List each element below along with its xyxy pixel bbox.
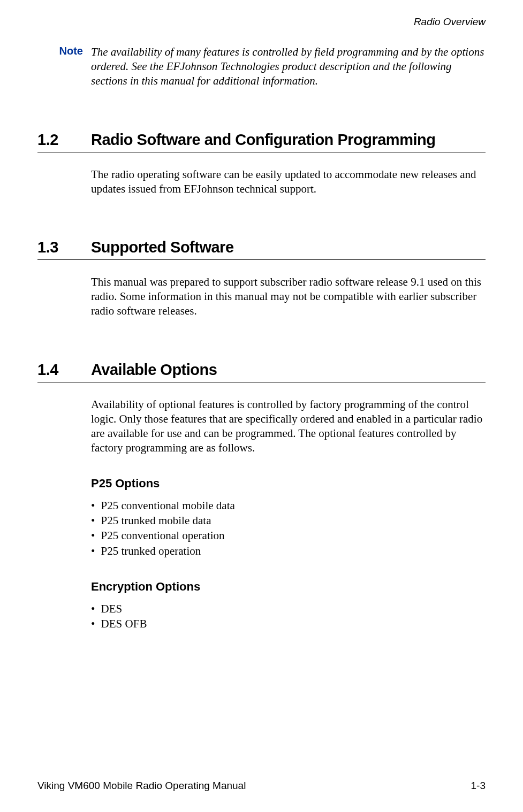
section-number: 1.4 [37,361,91,379]
section-number: 1.2 [37,131,91,149]
sub-heading-encryption: Encryption Options [91,580,486,594]
section-number: 1.3 [37,239,91,256]
section-body: This manual was prepared to support subs… [91,275,486,318]
list-item: P25 trunked mobile data [91,513,486,528]
footer-page-number: 1-3 [471,780,486,792]
section-title: Available Options [91,361,217,379]
note-block: Note The availability of many features i… [51,45,486,88]
list-item: DES OFB [91,616,486,631]
encryption-options-list: DES DES OFB [91,601,486,632]
section-rule [37,382,486,382]
section-rule [37,259,486,260]
list-item: P25 conventional mobile data [91,498,486,513]
section-1-4: 1.4 Available Options Availability of op… [37,361,486,632]
list-item: P25 conventional operation [91,528,486,543]
section-heading: 1.4 Available Options [37,361,486,379]
section-heading: 1.3 Supported Software [37,239,486,256]
section-rule [37,152,486,152]
list-item: DES [91,601,486,616]
section-body: Availability of optional features is con… [91,397,486,455]
section-body: The radio operating software can be easi… [91,167,486,196]
section-1-3: 1.3 Supported Software This manual was p… [37,239,486,318]
note-text: The availability of many features is con… [91,45,486,88]
section-1-2: 1.2 Radio Software and Configuration Pro… [37,131,486,196]
footer: Viking VM600 Mobile Radio Operating Manu… [37,780,486,792]
section-title: Supported Software [91,239,234,256]
p25-options-list: P25 conventional mobile data P25 trunked… [91,498,486,558]
list-item: P25 trunked operation [91,543,486,558]
section-heading: 1.2 Radio Software and Configuration Pro… [37,131,486,149]
note-label: Note [51,45,91,88]
sub-heading-p25: P25 Options [91,477,486,491]
footer-left: Viking VM600 Mobile Radio Operating Manu… [37,780,246,792]
running-header: Radio Overview [37,16,486,28]
section-title: Radio Software and Configuration Program… [91,131,435,149]
